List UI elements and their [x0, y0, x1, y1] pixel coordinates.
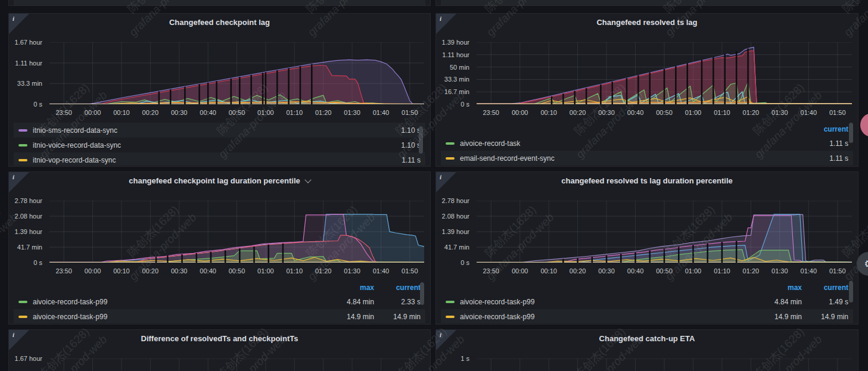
legend-header-max[interactable]: max — [328, 283, 374, 292]
legend-scrollbar[interactable] — [420, 282, 424, 305]
x-tick-label: 01:00 — [685, 109, 702, 116]
y-tick-label: 0 s — [461, 259, 469, 266]
legend-header-current[interactable]: current — [802, 283, 848, 292]
legend-series-label[interactable]: itnio-voice-record-data-sync — [33, 141, 374, 149]
x-tick-label: 23:50 — [55, 267, 72, 275]
time-series-chart[interactable] — [49, 42, 424, 104]
y-tick-label: 33.3 min — [444, 76, 469, 83]
legend-series-label[interactable]: aivoice-record-task — [460, 139, 802, 148]
legend-row: itnio-sms-record-data-sync1.10 s — [14, 123, 425, 138]
x-tick-label: 00:40 — [200, 267, 216, 275]
panel-title-text: Changefeed checkpoint lag — [169, 18, 270, 27]
legend-scrollbar[interactable] — [849, 123, 853, 143]
panel-title[interactable]: Changefeed resolved ts lag — [436, 14, 858, 32]
y-axis: 2.78 hour2.08 hour1.39 hour41.7 min0 s — [14, 190, 45, 279]
x-tick-label: 01:30 — [771, 109, 788, 116]
panel-title[interactable]: changefeed resolved ts lag duration perc… — [436, 172, 858, 190]
legend-scrollbar[interactable] — [849, 281, 853, 303]
x-tick-label: 00:00 — [85, 267, 101, 275]
y-axis: 1.67 hour1.11 hour33.3 min0 s — [14, 32, 45, 121]
x-tick-label: 01:30 — [771, 267, 788, 275]
legend-series-label[interactable]: aivoice-record-task — [18, 0, 374, 2]
legend-series-label[interactable]: itnio-sms-record-data-sync — [33, 126, 374, 135]
x-tick-label: 00:20 — [142, 267, 159, 275]
legend-series-value: 14.9 min — [374, 313, 421, 321]
time-series-chart[interactable] — [477, 201, 852, 263]
x-tick-label: 01:50 — [402, 109, 418, 116]
chart-plot[interactable]: 1.67 hour 23:5000:0000:1000:2000:3000:40… — [14, 348, 425, 371]
x-tick-label: 01:30 — [344, 267, 360, 275]
legend-series-label[interactable]: aivoice-record-task-p99 — [33, 298, 328, 306]
time-series-chart[interactable] — [477, 42, 852, 104]
legend-series-label[interactable]: aivoice-record-task-p99 — [460, 298, 755, 306]
series-color-swatch-icon — [18, 301, 27, 303]
legend-series-label[interactable]: aivoice-record-task-p99 — [460, 313, 755, 321]
x-tick-label: 01:50 — [829, 267, 846, 275]
panel-changefeed-resolved-ts-lag: i Changefeed resolved ts lag 1.39 hour1.… — [435, 13, 858, 167]
panel-title[interactable]: Difference of resolvedTs and checkpointT… — [9, 330, 430, 348]
panel-title-text: Difference of resolvedTs and checkpointT… — [141, 334, 298, 343]
y-tick-label: 2.08 hour — [15, 213, 42, 220]
panel-title[interactable]: changefeed checkpoint lag duration perce… — [9, 172, 430, 190]
chart-plot[interactable]: 1.39 hour1.11 hour50 min33.3 min16.7 min… — [441, 32, 853, 121]
y-axis: 1 s — [441, 348, 472, 371]
x-tick-label: 23:50 — [483, 109, 499, 116]
legend-scrollbar[interactable] — [419, 126, 423, 154]
y-tick-label: 0 s — [461, 101, 469, 108]
time-series-chart[interactable] — [477, 358, 852, 371]
y-tick-label: 1.67 hour — [15, 355, 42, 362]
x-tick-label: 01:10 — [714, 267, 730, 275]
panel-info-corner[interactable]: i — [436, 14, 456, 34]
x-tick-label: 00:10 — [113, 267, 130, 275]
legend-series-value: 2025-01-07 01:40:32 — [802, 0, 848, 2]
legend-series-label[interactable]: aivoice-record-task — [446, 0, 802, 2]
x-tick-label: 00:00 — [85, 109, 101, 116]
x-axis: 23:5000:0000:1000:2000:3000:4000:5001:00… — [477, 265, 852, 276]
chart-plot[interactable]: 2.78 hour2.08 hour1.39 hour41.7 min0 s 2… — [14, 190, 425, 279]
series-color-swatch-icon — [18, 316, 27, 318]
gear-icon: ⚙ — [864, 258, 868, 270]
panel-info-corner[interactable]: i — [436, 172, 456, 192]
legend-row: email-send-record-event-sync1.11 s — [441, 151, 853, 166]
legend-header-current[interactable]: current — [802, 125, 848, 133]
time-series-chart[interactable] — [49, 201, 424, 263]
legend: itnio-sms-record-data-sync1.10 sitnio-vo… — [14, 123, 425, 166]
x-tick-label: 01:20 — [743, 109, 760, 116]
info-icon: i — [440, 173, 441, 180]
legend-header-current[interactable]: current — [374, 283, 421, 292]
panel-title[interactable]: Changefeed catch-up ETA — [436, 330, 858, 348]
legend-header-max[interactable]: max — [755, 283, 802, 292]
x-tick-label: 00:50 — [229, 109, 245, 116]
panel-info-corner[interactable]: i — [436, 330, 456, 350]
legend-series-label[interactable]: itnio-vop-record-data-sync — [33, 156, 374, 164]
info-icon: i — [440, 331, 441, 338]
info-icon: i — [13, 173, 14, 180]
legend-series-value: 1.10 s — [374, 126, 421, 135]
series-color-swatch-icon — [18, 144, 27, 146]
panel-title-text: changefeed checkpoint lag duration perce… — [129, 176, 300, 185]
panel-changefeed-catchup-eta: i Changefeed catch-up ETA 1 s 23:5000:00… — [435, 329, 858, 371]
time-series-chart[interactable] — [49, 358, 424, 371]
y-tick-label: 1 s — [461, 355, 469, 362]
panel-info-corner[interactable]: i — [9, 14, 29, 34]
chart-plot[interactable]: 1.67 hour1.11 hour33.3 min0 s 23:5000:00… — [14, 32, 425, 121]
x-tick-label: 01:50 — [829, 109, 846, 116]
y-tick-label: 1.11 hour — [442, 51, 469, 58]
chart-plot[interactable]: 2.78 hour2.08 hour1.39 hour41.7 min0 s 2… — [441, 190, 853, 279]
y-axis: 2.78 hour2.08 hour1.39 hour41.7 min0 s — [441, 190, 472, 279]
x-tick-label: 00:10 — [540, 267, 557, 275]
y-axis: 1.67 hour — [14, 348, 45, 371]
floating-badge-button[interactable] — [860, 113, 868, 137]
panel-info-corner[interactable]: i — [9, 172, 29, 192]
y-tick-label: 33.3 min — [17, 80, 42, 87]
legend-series-label[interactable]: email-send-record-event-sync — [460, 154, 802, 163]
panel-checkpoint-lag-percentile: i changefeed checkpoint lag duration per… — [8, 172, 431, 325]
chart-plot[interactable]: 1 s 23:5000:0000:1000:2000:3000:4000:500… — [441, 348, 853, 371]
x-tick-label: 00:00 — [512, 267, 528, 275]
panel-title[interactable]: Changefeed checkpoint lag — [9, 14, 430, 32]
legend-series-value: 14.9 min — [755, 313, 802, 321]
y-tick-label: 41.7 min — [17, 244, 42, 251]
y-tick-label: 50 min — [450, 64, 469, 71]
panel-info-corner[interactable]: i — [9, 330, 29, 350]
legend-series-label[interactable]: aivoice-record-task-p99 — [33, 313, 328, 321]
